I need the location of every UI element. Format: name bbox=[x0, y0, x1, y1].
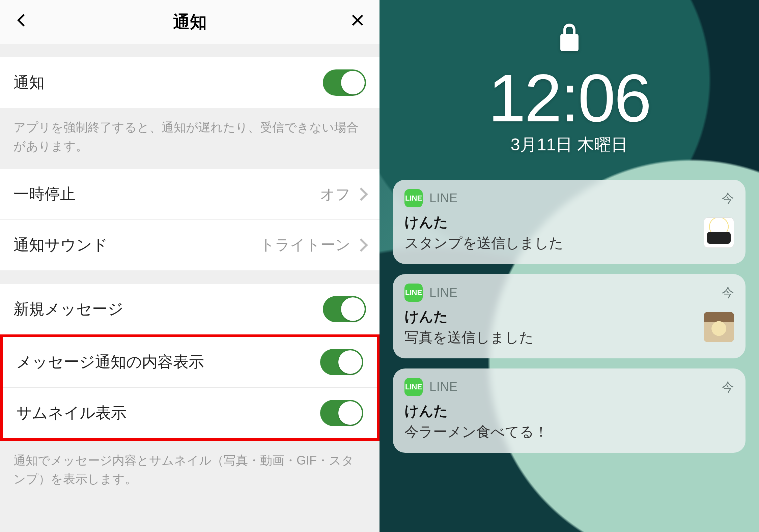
notification-app-name: LINE bbox=[429, 286, 458, 300]
line-app-icon: LINE bbox=[404, 189, 423, 207]
line-app-icon: LINE bbox=[404, 378, 423, 396]
lockscreen-panel: 12:06 3月11日 木曜日 LINE LINE 今 けんた スタンプを送信し… bbox=[380, 0, 759, 532]
chevron-right-icon bbox=[355, 238, 368, 252]
notification-list: LINE LINE 今 けんた スタンプを送信しました LINE LINE 今 bbox=[380, 180, 759, 453]
row-thumbnail: サムネイル表示 bbox=[3, 388, 377, 438]
notification-thumbnail bbox=[704, 217, 734, 248]
row-label: サムネイル表示 bbox=[16, 403, 126, 423]
chevron-right-icon bbox=[355, 187, 368, 201]
row-value: オフ bbox=[320, 184, 350, 204]
chevron-left-icon bbox=[13, 12, 30, 29]
row-label: 通知 bbox=[13, 72, 45, 93]
notification-message: スタンプを送信しました bbox=[404, 234, 697, 253]
row-notifications: 通知 bbox=[0, 57, 380, 108]
row-label: 一時停止 bbox=[13, 184, 76, 205]
notification-app-name: LINE bbox=[429, 191, 458, 205]
notification-time: 今 bbox=[722, 190, 734, 207]
toggle-new-message[interactable] bbox=[323, 296, 366, 322]
close-icon bbox=[349, 12, 366, 29]
row-content-preview: メッセージ通知の内容表示 bbox=[3, 337, 377, 388]
lock-icon bbox=[559, 24, 580, 53]
back-button[interactable] bbox=[13, 12, 30, 32]
row-label: 新規メッセージ bbox=[13, 299, 123, 320]
thumbnail-description: 通知でメッセージ内容とサムネイル（写真・動画・GIF・スタンプ）を表示します。 bbox=[0, 441, 380, 502]
section-spacer bbox=[0, 270, 380, 284]
notification-card[interactable]: LINE LINE 今 けんた スタンプを送信しました bbox=[393, 180, 746, 264]
toggle-thumbnail[interactable] bbox=[320, 400, 363, 426]
lockscreen-time: 12:06 bbox=[488, 59, 650, 137]
row-label: メッセージ通知の内容表示 bbox=[16, 352, 204, 373]
notification-time: 今 bbox=[722, 379, 734, 395]
toggle-content-preview[interactable] bbox=[320, 349, 363, 375]
row-new-message: 新規メッセージ bbox=[0, 284, 380, 334]
notification-message: 今ラーメン食べてる！ bbox=[404, 422, 734, 441]
highlighted-rows: メッセージ通知の内容表示 サムネイル表示 bbox=[0, 334, 380, 441]
close-button[interactable] bbox=[349, 12, 366, 32]
line-app-icon: LINE bbox=[404, 284, 423, 302]
row-sound[interactable]: 通知サウンド トライトーン bbox=[0, 220, 380, 270]
section-spacer bbox=[0, 44, 380, 57]
row-label: 通知サウンド bbox=[13, 235, 108, 256]
notification-time: 今 bbox=[722, 285, 734, 301]
toggle-notifications[interactable] bbox=[323, 69, 366, 96]
lockscreen-date: 3月11日 木曜日 bbox=[511, 134, 628, 156]
row-value: トライトーン bbox=[260, 235, 350, 255]
settings-panel: 通知 通知 アプリを強制終了すると、通知が遅れたり、受信できない場合があります。… bbox=[0, 0, 380, 532]
notification-app-name: LINE bbox=[429, 380, 458, 394]
notification-card[interactable]: LINE LINE 今 けんた 写真を送信しました bbox=[393, 274, 746, 358]
row-pause[interactable]: 一時停止 オフ bbox=[0, 169, 380, 220]
settings-header: 通知 bbox=[0, 0, 380, 44]
notification-thumbnail bbox=[704, 312, 734, 342]
notifications-description: アプリを強制終了すると、通知が遅れたり、受信できない場合があります。 bbox=[0, 108, 380, 169]
page-title: 通知 bbox=[173, 11, 207, 33]
notification-card[interactable]: LINE LINE 今 けんた 今ラーメン食べてる！ bbox=[393, 368, 746, 453]
notification-message: 写真を送信しました bbox=[404, 328, 697, 347]
notification-sender: けんた bbox=[404, 213, 697, 232]
notification-sender: けんた bbox=[404, 307, 697, 326]
notification-sender: けんた bbox=[404, 402, 734, 420]
